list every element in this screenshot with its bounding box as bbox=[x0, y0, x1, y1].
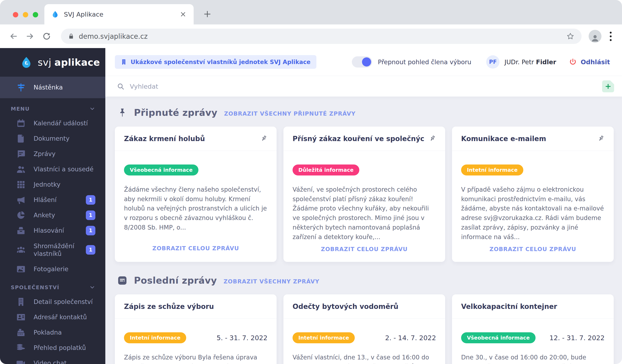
video-camera-icon bbox=[16, 358, 26, 364]
card-date-range: 2. - 14. 7. 2022 bbox=[385, 334, 436, 342]
bookmark-star-icon[interactable] bbox=[566, 32, 575, 40]
building-icon bbox=[121, 59, 127, 65]
calendar-icon bbox=[16, 119, 26, 128]
message-icon bbox=[16, 149, 26, 159]
card-title: Odečty bytových vodoměrů bbox=[292, 302, 436, 310]
message-card: Přísný zákaz kouření ve společnýc... Důl… bbox=[283, 127, 445, 262]
forward-icon[interactable] bbox=[26, 32, 34, 41]
sidebar-item-adresar[interactable]: Adresář kontaktů bbox=[0, 309, 105, 325]
card-date-range: 12. - 31. 7. 2022 bbox=[549, 334, 604, 342]
show-full-message-link[interactable]: ZOBRAZIT CELOU ZPRÁVU bbox=[461, 242, 604, 262]
card-excerpt: Žádáme všechny členy našeho společenství… bbox=[124, 185, 268, 233]
favicon-logo-icon bbox=[51, 11, 59, 18]
note-icon bbox=[117, 275, 127, 286]
sidebar-section-label: SPOLEČENSTVÍ bbox=[11, 284, 59, 291]
show-all-messages-link[interactable]: ZOBRAZIT VŠECHNY ZPRÁVY bbox=[224, 276, 319, 285]
logout-button[interactable]: Odhlásit bbox=[569, 58, 610, 66]
zoom-window-button[interactable] bbox=[33, 12, 38, 18]
sidebar-item-label: Kalendář událostí bbox=[34, 119, 88, 127]
message-card: Zápis ze schůze výboru Intetní informace… bbox=[115, 294, 277, 364]
search-icon bbox=[117, 83, 124, 90]
sidebar-item-label: Fotogalerie bbox=[34, 265, 68, 273]
sidebar-section-spolecenstvi[interactable]: SPOLEČENSTVÍ bbox=[0, 277, 105, 294]
minimize-window-button[interactable] bbox=[23, 12, 28, 18]
power-icon bbox=[569, 58, 577, 66]
window-controls bbox=[13, 12, 38, 18]
pin-outline-icon[interactable] bbox=[427, 133, 437, 144]
sidebar-item-zpravy[interactable]: Zprávy bbox=[0, 146, 105, 162]
notification-count-badge: 1 bbox=[86, 226, 95, 235]
category-badge: Intetní informace bbox=[292, 332, 355, 343]
pin-outline-icon[interactable] bbox=[596, 133, 606, 144]
pin-outline-icon[interactable] bbox=[258, 133, 269, 144]
show-full-message-link[interactable]: ZOBRAZIT CELOU ZPRÁVU bbox=[292, 242, 436, 262]
browser-menu-icon[interactable] bbox=[608, 30, 613, 42]
sidebar-item-label: Detail společenství bbox=[34, 298, 93, 306]
browser-tab[interactable]: SVJ Aplikace bbox=[44, 4, 194, 24]
logo-word2: aplikace bbox=[55, 57, 100, 68]
user-name: JUDr. Petr bbox=[505, 58, 534, 66]
search-input[interactable] bbox=[130, 83, 602, 90]
sidebar-item-videochat[interactable]: Video chat bbox=[0, 356, 105, 364]
close-window-button[interactable] bbox=[13, 12, 18, 18]
sidebar-item-fotogalerie[interactable]: Fotogalerie bbox=[0, 261, 105, 277]
sidebar-item-label: Jednotky bbox=[34, 181, 60, 188]
notification-count-badge: 1 bbox=[86, 245, 95, 255]
card-excerpt: Vážení, ve společných prostorech celého … bbox=[292, 185, 436, 242]
sidebar-item-label: Pokladna bbox=[34, 328, 62, 336]
organization-name: Ukázkové společenství vlastníků jednotek… bbox=[131, 59, 311, 65]
card-excerpt: Dne 30., v čase od 16:00 do 20:00, bude … bbox=[461, 353, 604, 364]
pinned-section-header: Připnuté zprávy ZOBRAZIT VŠECHNY PŘIPNUT… bbox=[117, 107, 614, 118]
new-tab-button[interactable] bbox=[203, 10, 212, 18]
sidebar-item-dokumenty[interactable]: Dokumenty bbox=[0, 131, 105, 146]
browser-window: SVJ Aplikace demo.svjaplikace.cz svj apl… bbox=[0, 0, 622, 364]
grid-icon bbox=[16, 180, 26, 189]
sidebar: svj aplikace Nástěnka MENU Kalendář udál… bbox=[0, 48, 105, 364]
category-badge: Všeobecná informace bbox=[124, 164, 198, 176]
notification-count-badge: 1 bbox=[86, 211, 95, 220]
sidebar-item-label: Hlášení bbox=[34, 196, 57, 204]
sidebar-section-menu[interactable]: MENU bbox=[0, 98, 105, 116]
pie-chart-icon bbox=[16, 211, 26, 220]
tab-title: SVJ Aplikace bbox=[64, 11, 179, 18]
image-icon bbox=[16, 264, 26, 274]
sidebar-item-label: Zprávy bbox=[34, 150, 56, 158]
sidebar-item-kalendar[interactable]: Kalendář událostí bbox=[0, 116, 105, 131]
sidebar-item-poplatky[interactable]: Přehled poplatků bbox=[0, 340, 105, 356]
sidebar-item-label: Vlastníci a sousedé bbox=[34, 165, 94, 173]
notification-count-badge: 1 bbox=[86, 195, 95, 205]
avatar[interactable]: PF bbox=[486, 55, 500, 69]
add-note-button[interactable] bbox=[602, 80, 614, 92]
sidebar-item-hlaseni[interactable]: Hlášení 1 bbox=[0, 192, 105, 208]
app-root: svj aplikace Nástěnka MENU Kalendář udál… bbox=[0, 48, 622, 364]
sidebar-item-label: Video chat bbox=[34, 359, 67, 364]
sidebar-item-nastenka[interactable]: Nástěnka bbox=[0, 77, 105, 98]
sidebar-item-label: Přehled poplatků bbox=[34, 344, 86, 352]
board-view-toggle[interactable] bbox=[352, 56, 372, 68]
card-title: Velkokapacitní kontejner bbox=[461, 302, 604, 310]
sidebar-item-hlasovani[interactable]: Hlasování 1 bbox=[0, 223, 105, 238]
message-card: Odečty bytových vodoměrů Intetní informa… bbox=[283, 294, 445, 364]
reload-icon[interactable] bbox=[42, 32, 51, 41]
sidebar-item-jednotky[interactable]: Jednotky bbox=[0, 177, 105, 192]
category-badge: Intetní informace bbox=[461, 164, 523, 176]
organization-badge[interactable]: Ukázkové společenství vlastníků jednotek… bbox=[115, 55, 316, 69]
tab-close-icon[interactable] bbox=[179, 11, 187, 18]
show-all-pinned-link[interactable]: ZOBRAZIT VŠECHNY PŘIPNUTÉ ZPRÁVY bbox=[224, 108, 356, 117]
sidebar-item-detail[interactable]: Detail společenství bbox=[0, 294, 105, 309]
tab-strip: SVJ Aplikace bbox=[0, 0, 622, 24]
browser-toolbar: demo.svjaplikace.cz bbox=[0, 24, 622, 48]
sidebar-item-label: Shromáždění vlastníků bbox=[34, 242, 78, 258]
address-bar[interactable]: demo.svjaplikace.cz bbox=[61, 29, 582, 44]
lock-icon[interactable] bbox=[68, 33, 74, 39]
sidebar-item-ankety[interactable]: Ankety 1 bbox=[0, 208, 105, 223]
sidebar-item-vlastnici[interactable]: Vlastníci a sousedé bbox=[0, 162, 105, 177]
sidebar-item-shromazdeni[interactable]: Shromáždění vlastníků 1 bbox=[0, 238, 105, 261]
card-excerpt: V případě vašeho zájmu o elektronickou k… bbox=[461, 185, 604, 242]
back-icon[interactable] bbox=[9, 32, 18, 41]
show-full-message-link[interactable]: ZOBRAZIT CELOU ZPRÁVU bbox=[124, 241, 268, 262]
category-badge: Intetní informace bbox=[124, 332, 186, 343]
browser-profile-icon[interactable] bbox=[589, 30, 602, 43]
sidebar-item-pokladna[interactable]: Pokladna bbox=[0, 325, 105, 340]
card-date-range: 5. - 31. 7. 2022 bbox=[216, 334, 268, 342]
